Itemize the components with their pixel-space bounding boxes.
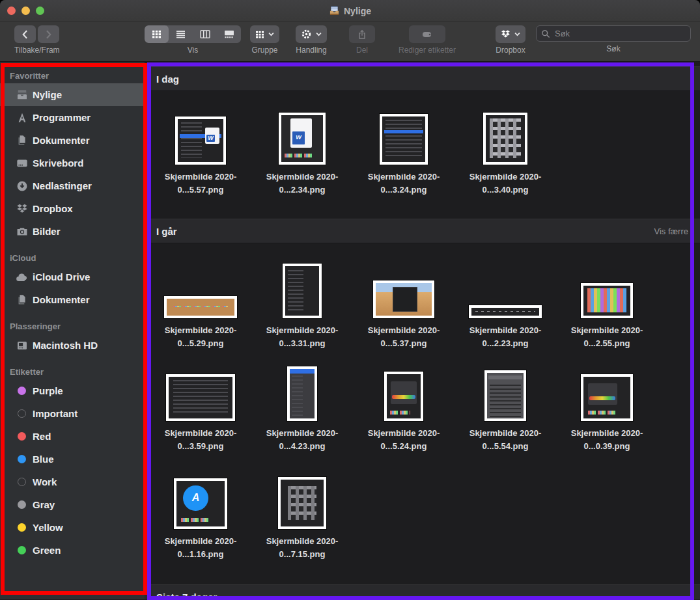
view-icons-button[interactable] <box>145 25 169 43</box>
sidebar-item-macintosh-hd[interactable]: Macintosh HD <box>0 334 145 357</box>
downloads-icon <box>16 180 28 192</box>
file-name: Skjermbilde 2020-0...0.39.png <box>558 427 656 453</box>
sidebar-item-dropbox[interactable]: Dropbox <box>0 197 145 220</box>
file-item[interactable]: Skjermbilde 2020-0...5.24.png <box>353 353 455 456</box>
search-input[interactable] <box>553 28 686 39</box>
search-icon <box>541 29 550 38</box>
section-header-i-g-r: I gårVis færre <box>145 219 700 243</box>
file-name: Skjermbilde 2020-0...3.24.png <box>355 170 453 197</box>
chevron-left-icon <box>21 30 29 39</box>
sidebar-item-skrivebord[interactable]: Skrivebord <box>0 152 145 174</box>
file-row: Skjermbilde 2020-0...3.59.pngSkjermbilde… <box>145 353 700 456</box>
tag-circle-icon <box>16 476 28 488</box>
file-item[interactable]: Skjermbilde 2020-0...3.59.png <box>150 353 251 456</box>
sidebar-item-label: Green <box>33 545 61 556</box>
file-item[interactable]: Skjermbilde 2020-0...5.37.png <box>353 243 455 353</box>
file-item[interactable]: Skjermbilde 2020-0...5.29.png <box>150 243 251 353</box>
dropbox-button[interactable] <box>496 25 525 43</box>
chevron-down-icon <box>268 32 274 36</box>
file-item[interactable]: Skjermbilde 2020-0...3.24.png <box>353 91 455 219</box>
tag-circle-icon <box>16 521 28 534</box>
file-thumbnail-list-word[interactable]: W <box>175 116 226 165</box>
sidebar-item-work[interactable]: Work <box>0 470 145 493</box>
grid-view-icon <box>152 30 161 38</box>
sidebar-item-icloud-drive[interactable]: iCloud Drive <box>0 266 145 288</box>
file-thumbnail-menu-dropdown[interactable] <box>484 370 526 421</box>
search-label: Søk <box>606 44 620 53</box>
sidebar-item-nedlastinger[interactable]: Nedlastinger <box>0 174 145 197</box>
sidebar-item-green[interactable]: Green <box>0 539 145 562</box>
file-item[interactable]: Skjermbilde 2020-0...3.40.png <box>455 91 556 219</box>
sidebar-item-gray[interactable]: Gray <box>0 493 145 516</box>
file-thumbnail-word-doc[interactable]: W <box>279 113 326 165</box>
file-thumbnail-folder-rainbow[interactable] <box>384 372 423 421</box>
share-button[interactable] <box>349 25 375 43</box>
file-thumbnail-icons-colorful[interactable] <box>581 283 633 318</box>
sidebar-item-programmer[interactable]: Programmer <box>0 106 145 129</box>
sidebar-item-red[interactable]: Red <box>0 425 145 448</box>
file-thumbnail-appstore[interactable]: A <box>174 478 227 529</box>
group-label: Gruppe <box>251 46 277 55</box>
file-item[interactable]: WSkjermbilde 2020-0...5.57.png <box>150 91 251 219</box>
desktop-icon <box>16 157 28 169</box>
file-name: Skjermbilde 2020-0...2.34.png <box>253 170 351 197</box>
view-group: Vis <box>145 25 241 55</box>
recents-icon <box>16 89 28 101</box>
sidebar-item-blue[interactable]: Blue <box>0 448 145 470</box>
sidebar-section-title: Etiketter <box>0 367 145 379</box>
file-thumbnail-list-tall[interactable] <box>283 264 322 318</box>
action-button[interactable] <box>296 25 327 43</box>
file-item[interactable]: WSkjermbilde 2020-0...2.34.png <box>251 91 353 219</box>
title-bar[interactable]: Nylige <box>0 0 700 21</box>
tag-color-dot <box>18 546 26 554</box>
sidebar-item-dokumenter[interactable]: Dokumenter <box>0 129 145 152</box>
back-button[interactable] <box>14 25 36 43</box>
sidebar-item-purple[interactable]: Purple <box>0 379 145 402</box>
file-name: Skjermbilde 2020-0...5.24.png <box>355 427 453 453</box>
sidebar-item-nylige[interactable]: Nylige <box>0 83 145 106</box>
file-name: Skjermbilde 2020-0...5.29.png <box>152 324 249 350</box>
forward-button[interactable] <box>38 25 59 43</box>
recents-folder-icon <box>329 5 340 16</box>
gallery-view-icon <box>224 30 234 38</box>
file-thumbnail-desert[interactable] <box>373 280 434 318</box>
dropbox-group: Dropbox <box>490 25 531 55</box>
columns-view-icon <box>200 30 210 38</box>
file-item[interactable]: Skjermbilde 2020-0...2.23.png <box>455 243 556 353</box>
file-item[interactable]: Skjermbilde 2020-0...2.55.png <box>556 243 658 353</box>
sidebar-item-bilder[interactable]: Bilder <box>0 220 145 243</box>
file-thumbnail-folder-rainbow-wide[interactable] <box>581 374 633 421</box>
file-item[interactable]: ASkjermbilde 2020-0...1.16.png <box>150 456 251 564</box>
tag-circle-icon <box>16 544 28 556</box>
edit-tags-button[interactable] <box>409 25 445 43</box>
sidebar-item-dokumenter[interactable]: Dokumenter <box>0 288 145 311</box>
group-button[interactable] <box>250 25 279 43</box>
sidebar-section-favoritter: FavoritterNyligeProgrammerDokumenterSkri… <box>0 71 145 243</box>
view-list-button[interactable] <box>169 25 193 43</box>
sidebar-item-label: Work <box>33 476 57 487</box>
file-name: Skjermbilde 2020-0...3.40.png <box>456 170 554 197</box>
file-thumbnail-dock-tan[interactable] <box>164 296 237 318</box>
file-item[interactable]: Skjermbilde 2020-0...5.54.png <box>455 353 556 456</box>
file-item[interactable]: Skjermbilde 2020-0...7.15.png <box>251 456 353 564</box>
file-thumbnail-icons-grid[interactable] <box>483 113 527 165</box>
tag-color-dot <box>18 455 26 463</box>
sidebar-item-label: Macintosh HD <box>33 340 98 351</box>
file-thumbnail-menu-tall[interactable] <box>287 366 317 421</box>
search-field[interactable] <box>536 25 691 42</box>
view-columns-button[interactable] <box>193 25 217 43</box>
file-thumbnail-window-grid[interactable] <box>278 477 326 529</box>
file-thumbnail-list-wide[interactable] <box>166 374 235 421</box>
file-name: Skjermbilde 2020-0...5.57.png <box>152 170 249 197</box>
file-item[interactable]: Skjermbilde 2020-0...4.23.png <box>251 353 353 456</box>
file-item[interactable]: Skjermbilde 2020-0...0.39.png <box>556 353 658 456</box>
view-gallery-button[interactable] <box>217 25 241 43</box>
sidebar-item-label: Skrivebord <box>33 157 83 169</box>
section-header-siste-7-dager: Siste 7 dager <box>145 584 700 599</box>
file-item[interactable]: Skjermbilde 2020-0...3.31.png <box>251 243 353 353</box>
show-fewer-link[interactable]: Vis færre <box>654 226 689 236</box>
sidebar-item-important[interactable]: Important <box>0 402 145 425</box>
sidebar-item-yellow[interactable]: Yellow <box>0 516 145 539</box>
file-thumbnail-menubar-thin[interactable] <box>469 305 542 318</box>
file-thumbnail-list-blue[interactable] <box>380 114 428 165</box>
